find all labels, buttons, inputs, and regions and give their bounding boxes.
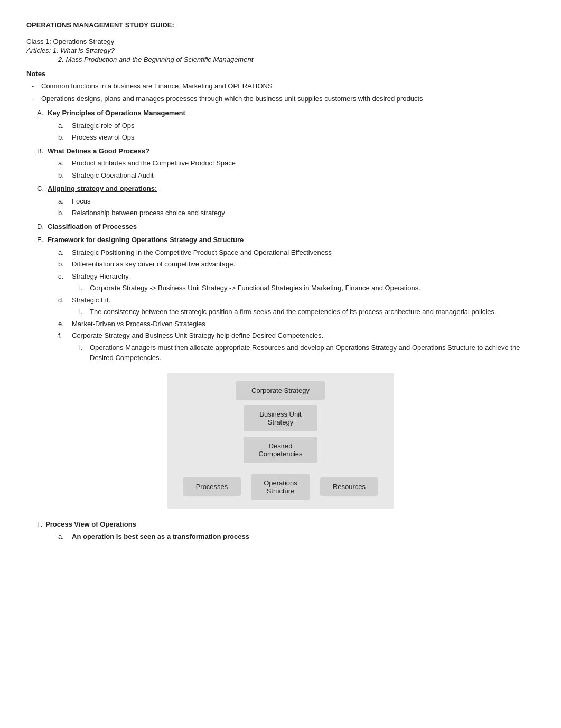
section-a-sub-1: a. Strategic role of Ops bbox=[26, 121, 535, 131]
notes-bullet-2: Operations designs, plans and manages pr… bbox=[26, 94, 535, 104]
section-f-letter: F. bbox=[26, 519, 42, 530]
section-e-sub-d: d. Strategic Fit. bbox=[26, 295, 535, 306]
section-e-sub-c: c. Strategy Hierarchy. bbox=[26, 271, 535, 282]
section-f-label: Process View of Operations bbox=[45, 519, 136, 530]
section-c-letter: C. bbox=[26, 183, 48, 194]
section-a: A. Key Principles of Operations Manageme… bbox=[26, 108, 535, 143]
class-line: Class 1: Operations Strategy bbox=[26, 38, 535, 45]
section-f: F. Process View of Operations a. An oper… bbox=[26, 519, 535, 542]
section-e-sub-e: e. Market-Driven vs Process-Driven Strat… bbox=[26, 319, 535, 329]
section-f-sub-a: a. An operation is best seen as a transf… bbox=[26, 531, 535, 542]
section-d-letter: D. bbox=[26, 222, 48, 232]
section-e-letter: E. bbox=[26, 235, 48, 245]
section-c-label: Aligning strategy and operations: bbox=[48, 183, 157, 194]
section-e-sub-b: b. Differentiation as key driver of comp… bbox=[26, 259, 535, 270]
diagram-wrapper: Corporate Strategy Business UnitStrategy… bbox=[167, 373, 394, 509]
section-e-label: Framework for designing Operations Strat… bbox=[48, 235, 244, 245]
strategy-diagram: Corporate Strategy Business UnitStrategy… bbox=[26, 373, 535, 509]
notes-bullet-1: Common functions in a business are Finan… bbox=[26, 81, 535, 91]
section-b-sub-2: b. Strategic Operational Audit bbox=[26, 170, 535, 181]
section-e-sub-a: a. Strategic Positioning in the Competit… bbox=[26, 247, 535, 258]
operations-structure-box: OperationsStructure bbox=[251, 474, 310, 500]
section-e-sub-f-roman-i: i. Operations Managers must then allocat… bbox=[26, 343, 535, 363]
notes-heading: Notes bbox=[26, 70, 535, 78]
section-b: B. What Defines a Good Process? a. Produ… bbox=[26, 146, 535, 181]
resources-box: Resources bbox=[320, 477, 378, 496]
section-b-label: What Defines a Good Process? bbox=[48, 146, 149, 156]
section-e-sub-d-roman-i: i. The consistency between the strategic… bbox=[26, 307, 535, 317]
section-a-sub-2: b. Process view of Ops bbox=[26, 132, 535, 143]
section-e: E. Framework for designing Operations St… bbox=[26, 235, 535, 363]
section-e-sub-f: f. Corporate Strategy and Business Unit … bbox=[26, 330, 535, 341]
section-f-header: F. Process View of Operations bbox=[26, 519, 535, 530]
diagram-bottom-row: Processes OperationsStructure Resources bbox=[172, 474, 389, 500]
section-a-label: Key Principles of Operations Management bbox=[48, 108, 185, 118]
business-unit-strategy-box: Business UnitStrategy bbox=[244, 405, 317, 431]
articles-line2: 2. Mass Production and the Beginning of … bbox=[26, 56, 535, 63]
notes-bullets: Common functions in a business are Finan… bbox=[26, 81, 535, 104]
section-e-sub-c-roman-i: i. Corporate Strategy -> Business Unit S… bbox=[26, 283, 535, 293]
section-c-sub-2: b. Relationship between process choice a… bbox=[26, 208, 535, 218]
section-b-sub-1: a. Product attributes and the Competitiv… bbox=[26, 158, 535, 169]
corporate-strategy-box: Corporate Strategy bbox=[236, 381, 325, 400]
section-b-letter: B. bbox=[26, 146, 48, 156]
desired-competencies-box: DesiredCompetencies bbox=[244, 437, 317, 463]
section-d-label: Classification of Processes bbox=[48, 222, 137, 232]
section-a-letter: A. bbox=[26, 108, 48, 118]
section-c-sub-1: a. Focus bbox=[26, 196, 535, 207]
processes-box: Processes bbox=[183, 477, 241, 496]
main-title: OPERATIONS MANAGEMENT STUDY GUIDE: bbox=[26, 21, 535, 29]
section-d: D. Classification of Processes bbox=[26, 222, 535, 232]
articles-line1: Articles: 1. What is Strategy? bbox=[26, 47, 535, 54]
section-c: C. Aligning strategy and operations: a. … bbox=[26, 183, 535, 218]
